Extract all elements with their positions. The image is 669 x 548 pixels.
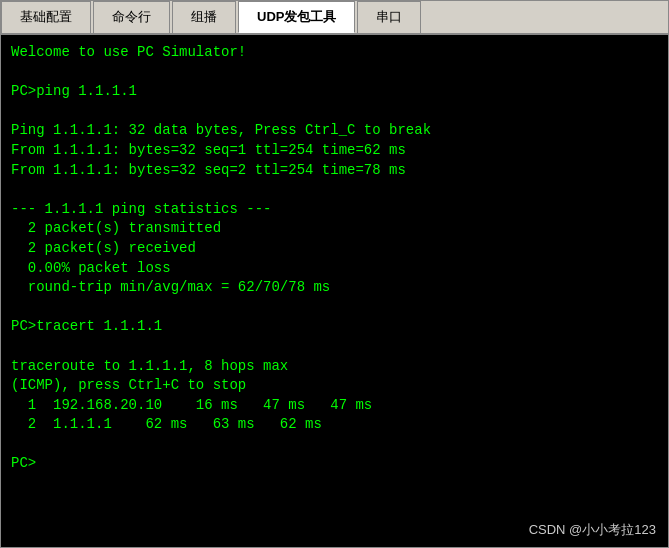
terminal-line-1 — [11, 63, 658, 83]
terminal-line-14: PC>tracert 1.1.1.1 — [11, 317, 658, 337]
terminal-line-20 — [11, 435, 658, 455]
terminal-line-13 — [11, 298, 658, 318]
tab-bar: 基础配置命令行组播UDP发包工具串口 — [1, 1, 668, 35]
terminal-line-11: 0.00% packet loss — [11, 259, 658, 279]
terminal-line-7 — [11, 180, 658, 200]
bottom-bar: CSDN @小小考拉123 — [1, 519, 668, 547]
terminal-line-9: 2 packet(s) transmitted — [11, 219, 658, 239]
terminal-line-0: Welcome to use PC Simulator! — [11, 43, 658, 63]
watermark: CSDN @小小考拉123 — [529, 521, 656, 539]
terminal-line-3 — [11, 102, 658, 122]
terminal-line-16: traceroute to 1.1.1.1, 8 hops max — [11, 357, 658, 377]
terminal-line-18: 1 192.168.20.10 16 ms 47 ms 47 ms — [11, 396, 658, 416]
tab-2[interactable]: 组播 — [172, 1, 236, 33]
app-container: 基础配置命令行组播UDP发包工具串口 Welcome to use PC Sim… — [0, 0, 669, 548]
terminal-line-19: 2 1.1.1.1 62 ms 63 ms 62 ms — [11, 415, 658, 435]
tab-1[interactable]: 命令行 — [93, 1, 170, 33]
terminal-line-5: From 1.1.1.1: bytes=32 seq=1 ttl=254 tim… — [11, 141, 658, 161]
terminal-line-6: From 1.1.1.1: bytes=32 seq=2 ttl=254 tim… — [11, 161, 658, 181]
terminal-line-8: --- 1.1.1.1 ping statistics --- — [11, 200, 658, 220]
terminal-line-12: round-trip min/avg/max = 62/70/78 ms — [11, 278, 658, 298]
terminal-line-17: (ICMP), press Ctrl+C to stop — [11, 376, 658, 396]
terminal-area[interactable]: Welcome to use PC Simulator!PC>ping 1.1.… — [1, 35, 668, 519]
terminal-line-2: PC>ping 1.1.1.1 — [11, 82, 658, 102]
tab-0[interactable]: 基础配置 — [1, 1, 91, 33]
tab-3[interactable]: UDP发包工具 — [238, 1, 355, 33]
terminal-line-15 — [11, 337, 658, 357]
terminal-line-4: Ping 1.1.1.1: 32 data bytes, Press Ctrl_… — [11, 121, 658, 141]
terminal-line-21: PC> — [11, 454, 658, 474]
terminal-line-10: 2 packet(s) received — [11, 239, 658, 259]
tab-4[interactable]: 串口 — [357, 1, 421, 33]
